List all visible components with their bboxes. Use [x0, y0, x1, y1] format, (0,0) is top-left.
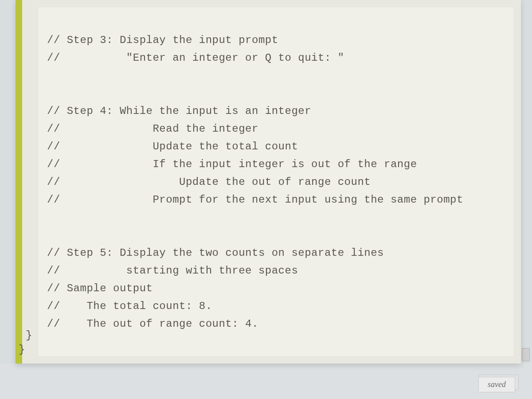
comment-step3-header: // Step 3: Display the input prompt [47, 31, 505, 49]
comment-step3-l1: // "Enter an integer or Q to quit: " [47, 49, 505, 67]
comment-step5-header: // Step 5: Display the two counts on sep… [47, 244, 505, 262]
status-badge-saved: saved [478, 377, 515, 392]
comment-sample-header: // Sample output [47, 280, 505, 297]
comment-step4-l5: // Prompt for the next input using the s… [47, 191, 505, 209]
comment-step4-l1: // Read the integer [47, 120, 505, 138]
comment-sample-out1: // The total count: 8. [47, 297, 505, 315]
comment-sample-out2: // The out of range count: 4. [47, 315, 505, 333]
blank-line [47, 85, 505, 102]
comment-step4-l3: // If the input integer is out of the ra… [47, 156, 505, 173]
blank-line [47, 227, 505, 244]
closing-brace-outer: } [19, 344, 25, 356]
comment-step4-header: // Step 4: While the input is an integer [47, 102, 505, 120]
closing-brace-inner: } [26, 329, 32, 341]
code-editor-content[interactable]: // Step 3: Display the input prompt // "… [38, 7, 514, 357]
blank-line [47, 67, 505, 85]
scrollbar-button[interactable] [522, 348, 530, 361]
editor-frame: // Step 3: Display the input prompt // "… [16, 0, 521, 364]
comment-step5-l1: // starting with three spaces [47, 262, 505, 280]
comment-step4-l4: // Update the out of range count [47, 173, 505, 191]
blank-line [47, 209, 505, 227]
editor-footer-area [0, 364, 532, 399]
comment-step4-l2: // Update the total count [47, 138, 505, 156]
